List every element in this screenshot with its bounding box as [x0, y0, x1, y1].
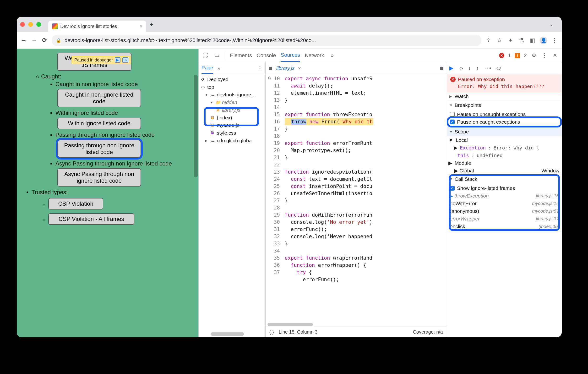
deactivate-breakpoints-icon[interactable]: ⬭̸ [496, 65, 501, 71]
sources-navigator: Page » ⋮ ⟳Deployed ▭top ▼☁devtools-ignor… [199, 62, 266, 337]
tree-top[interactable]: ▭top [200, 83, 264, 91]
step-out-button[interactable]: ↑ [476, 65, 479, 71]
error-badge[interactable]: ✕ [499, 53, 504, 58]
trusted-heading: Trusted types: [32, 189, 68, 195]
close-window-icon[interactable] [20, 22, 25, 27]
issues-count: 2 [524, 52, 527, 59]
tab-sources[interactable]: Sources [281, 52, 300, 62]
maximize-window-icon[interactable] [36, 22, 41, 27]
browser-tab[interactable]: DevTools ignore list stories × [48, 21, 146, 32]
labs-icon[interactable]: ⚗ [518, 37, 525, 44]
back-button[interactable]: ← [20, 37, 27, 44]
navigator-menu-icon[interactable]: ⋮ [257, 65, 262, 71]
code-view[interactable]: 9 10 11 12 13 14 15 16 17 18 19 20 21 22… [266, 74, 447, 322]
scope-section[interactable]: ▼Scope [447, 128, 562, 136]
close-devtools-icon[interactable]: ✕ [552, 52, 558, 59]
within-list-label: Within ignore listed code [55, 109, 118, 116]
bookmark-icon[interactable]: ☆ [496, 37, 503, 44]
within-ignore-button[interactable]: Within ignore listed code [57, 118, 141, 129]
callstack-frame[interactable]: (anonymous)mycode.js:89 [448, 207, 560, 215]
tree-style[interactable]: 🗎style.css [200, 129, 264, 137]
csp-violation-all-button[interactable]: CSP Violation - All frames [48, 213, 134, 225]
async-passing-button[interactable]: Async Passing through non ignore listed … [57, 168, 141, 187]
tab-network[interactable]: Network [305, 52, 324, 59]
passing-through-button[interactable]: Passing through non ignore listed code [57, 140, 141, 158]
browser-window: DevTools ignore list stories × + ⌄ ← → ⟳… [17, 17, 562, 337]
tree-library-js[interactable]: 🗎library.js [200, 106, 264, 114]
step-button[interactable]: →• [484, 65, 491, 71]
watch-section[interactable]: ▶Watch [447, 92, 562, 101]
pretty-print-icon[interactable]: { } [269, 329, 274, 335]
resume-icon[interactable]: ▶ [115, 57, 120, 63]
checkbox-icon[interactable]: ✓ [450, 119, 455, 124]
address-bar[interactable]: 🔒 devtools-ignore-list-stories.glitch.me… [52, 35, 481, 46]
tree-mycode[interactable]: 🗎mycode.js [200, 121, 264, 129]
resume-button[interactable]: ▶ [449, 65, 453, 71]
checkbox-icon[interactable] [450, 112, 455, 117]
close-file-icon[interactable]: × [298, 65, 301, 71]
profile-avatar[interactable]: 👤 [540, 37, 547, 44]
tree-index[interactable]: 🗎(index) [200, 114, 264, 121]
pause-uncaught-row[interactable]: Pause on uncaught exceptions [448, 110, 560, 118]
toggle-debugger-icon[interactable]: ⏹ [439, 65, 444, 71]
tabs-menu-icon[interactable]: ⌄ [549, 21, 554, 28]
editor-h-scrollbar[interactable] [266, 322, 447, 327]
rendered-page: Paused in debugger ▶ ⤼ WebAssembly trap … [17, 49, 198, 337]
navigator-tab-page[interactable]: Page [201, 65, 213, 74]
pause-caught-row[interactable]: ✓Pause on caught exceptions [448, 118, 560, 126]
chrome-menu-icon[interactable]: ⋮ [551, 37, 558, 44]
show-ignored-frames-row[interactable]: ✓Show ignore-listed frames [448, 184, 560, 192]
favicon-icon [52, 23, 58, 29]
new-tab-button[interactable]: + [150, 21, 153, 28]
breakpoints-section[interactable]: ▼Breakpoints [447, 101, 562, 109]
pause-reason: Paused on exception [458, 76, 505, 82]
minimize-window-icon[interactable] [28, 22, 33, 27]
scope-exception[interactable]: ▶Exception: Error: Why did t [447, 144, 562, 152]
device-mode-icon[interactable]: ▭ [213, 52, 220, 59]
step-over-button[interactable]: ⤼ [459, 65, 463, 71]
editor-filename[interactable]: library.js [276, 65, 295, 71]
share-icon[interactable]: ⇪ [485, 37, 492, 44]
settings-icon[interactable]: ⚙ [531, 52, 537, 59]
frame-location: (index):83 [539, 224, 559, 229]
tree-hidden-folder[interactable]: ▼📁hidden [200, 98, 264, 106]
frame-name: (anonymous) [450, 208, 479, 214]
extensions-icon[interactable]: ✦ [507, 37, 514, 44]
reload-button[interactable]: ⟳ [41, 37, 48, 44]
scope-module[interactable]: ▶Module [447, 159, 562, 167]
tree-cdn[interactable]: ▶☁cdn.glitch.globa [200, 137, 264, 144]
more-tabs-icon[interactable]: » [329, 52, 336, 59]
error-count: 1 [508, 52, 511, 59]
step-into-button[interactable]: ↓ [468, 65, 471, 71]
csp-violation-button[interactable]: CSP Violation [48, 198, 103, 210]
page-scrollbar[interactable] [194, 75, 198, 177]
scope-local[interactable]: ▼Local [447, 136, 562, 144]
paused-in-debugger-pill: Paused in debugger ▶ ⤼ [72, 56, 131, 64]
callstack-frame[interactable]: errorWrapperlibrary.js:37 [448, 215, 560, 223]
inspect-icon[interactable]: ⛶ [202, 52, 209, 59]
caught-non-ignore-button[interactable]: Caught in non ignore listed code [57, 89, 141, 107]
devtools-menu-icon[interactable]: ⋮ [541, 52, 548, 59]
navigator-more-icon[interactable]: » [218, 65, 220, 71]
devtools-tabbar: ⛶ ▭ Elements Console Sources Network » ✕… [199, 49, 562, 62]
callstack-frame[interactable]: onclick(index):83 [448, 223, 560, 230]
callstack-section[interactable]: ▼Call Stack [447, 175, 562, 183]
side-panel-icon[interactable]: ◧ [529, 37, 536, 44]
close-tab-icon[interactable]: × [140, 24, 142, 29]
tree-scrollbar[interactable] [210, 332, 244, 336]
toggle-navigator-icon[interactable]: ⏹ [268, 65, 273, 71]
callstack-frame[interactable]: doWithErrormycode.js:18 [448, 200, 560, 207]
tree-origin[interactable]: ▼☁devtools-ignore… [200, 91, 264, 98]
scope-global[interactable]: ▶ GlobalWindow [447, 167, 562, 175]
tab-console[interactable]: Console [257, 52, 276, 59]
frame-location: mycode.js:89 [532, 209, 559, 214]
tab-elements[interactable]: Elements [230, 52, 252, 59]
callstack-frame[interactable]: throwExceptionlibrary.js:15 [448, 192, 560, 200]
lock-icon: 🔒 [56, 38, 61, 43]
source-editor: ⏹ library.js × ⏹ 9 10 11 12 13 14 15 16 … [266, 62, 447, 337]
debugger-toolbar: ▶ ⤼ ↓ ↑ →• ⬭̸ [447, 62, 562, 74]
checkbox-icon[interactable]: ✓ [450, 186, 455, 191]
step-over-icon[interactable]: ⤼ [122, 57, 128, 63]
tree-deployed[interactable]: ⟳Deployed [200, 75, 264, 83]
issues-badge[interactable]: ! [515, 53, 520, 58]
